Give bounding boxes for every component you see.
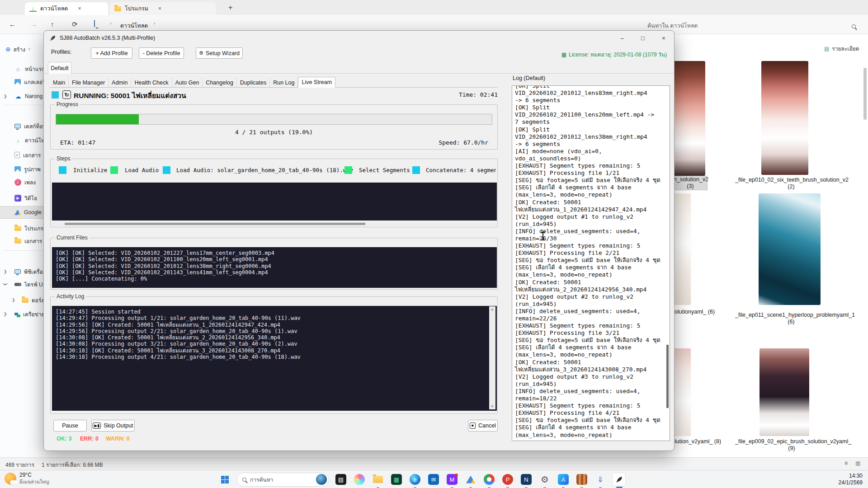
maximize-button[interactable]: □ — [632, 31, 653, 45]
file-name[interactable]: _file_ep010_02_six_teeth_brush_solution_… — [735, 177, 847, 190]
weather-widget[interactable]: 29°C มีเมฆส่วนใหญ่ — [5, 472, 49, 485]
new-tab-button[interactable]: + — [228, 4, 232, 12]
tab-live-stream[interactable]: Live Stream — [298, 77, 335, 88]
setup-wizard-button[interactable]: ⚙ Setup Wizard — [196, 47, 243, 59]
search-icon — [242, 478, 246, 482]
steps-scrollbar[interactable] — [52, 223, 497, 225]
outlook-icon[interactable]: ✉ — [427, 473, 440, 486]
plus-icon: ⊕ — [5, 46, 11, 53]
google-drive-icon — [14, 210, 21, 215]
folder-icon — [14, 226, 21, 231]
cancel-button[interactable]: ■ Cancel — [468, 420, 498, 432]
chrome-icon[interactable] — [482, 473, 496, 486]
gallery-icon — [14, 79, 21, 84]
tab-changelog[interactable]: Changelog — [203, 78, 236, 87]
autobatch-window: SJ88 AutoBatch v26.5.3 (Multi-Profile) –… — [43, 30, 675, 451]
taskbar: 29°C มีเมฆส่วนใหญ่ การค้นหา ▤ ▦ e ✉ M P … — [0, 470, 868, 488]
forward-icon[interactable]: → — [30, 20, 37, 28]
taskbar-search[interactable]: การค้นหา — [236, 473, 329, 487]
delete-profile-button[interactable]: - Delete Profile — [139, 47, 184, 59]
settings-icon[interactable]: ⚙ — [538, 473, 552, 486]
pause-button[interactable]: Pause — [53, 420, 87, 432]
search-daily-image — [316, 474, 327, 485]
minimize-button[interactable]: – — [612, 31, 632, 45]
thumbnail[interactable] — [759, 193, 821, 305]
file-name[interactable]: h_solution_v2 (3) — [674, 176, 707, 190]
notepad-icon[interactable]: ▤ — [334, 473, 348, 486]
progress-outputs: 4 / 21 outputs (19.0%) — [51, 129, 497, 136]
file-name[interactable]: _file_ep009_02_epic_brush_solution_v2yam… — [735, 438, 848, 452]
close-tab-icon[interactable]: × — [78, 5, 81, 12]
stop-icon: ■ — [470, 422, 476, 429]
devices-icon[interactable]: ⇓ — [594, 473, 607, 486]
explorer-tab-downloads[interactable]: ↓ ดาวน์โหลด × — [25, 2, 108, 15]
log-panel[interactable]: [OK] Split VID_20260102_201012_lens83mm_… — [512, 85, 670, 441]
copilot-icon[interactable] — [353, 473, 366, 486]
tab-admin[interactable]: Admin — [108, 78, 131, 87]
close-tab-icon[interactable]: × — [158, 5, 161, 12]
chevron-right-icon: › — [110, 20, 112, 26]
breadcrumb[interactable]: ดาวน์โหลด — [120, 21, 148, 30]
chevron-right-icon[interactable]: ❯ — [4, 269, 7, 274]
chevron-right-icon[interactable]: ❯ — [12, 298, 15, 302]
up-icon[interactable]: ↑ — [51, 20, 54, 28]
skip-output-button[interactable]: ▶▮ Skip Output — [91, 420, 135, 432]
usb-drive-icon — [14, 283, 21, 286]
explorer-tab-programs[interactable]: โปรแกรม × — [110, 2, 216, 15]
calculator-icon[interactable]: ▦ — [390, 473, 403, 486]
calendar-icon: ▦ — [561, 52, 566, 58]
divider — [44, 73, 674, 74]
progress-fill — [56, 114, 139, 124]
back-icon[interactable]: ← — [9, 20, 16, 28]
tab-health-check[interactable]: Health Check — [131, 78, 172, 87]
chevron-right-icon[interactable]: ❯ — [4, 312, 7, 316]
activity-log-scrollbar[interactable]: ▲▼ — [489, 306, 495, 409]
selection-info: 1 รายการที่เลือก: 8.66 MB — [42, 460, 103, 469]
chevron-down-icon[interactable]: ❯ — [3, 282, 8, 286]
profile-tab-default[interactable]: Default — [48, 62, 71, 74]
tab-main[interactable]: Main — [50, 78, 69, 87]
activity-log-group: Activity Log [14:27:45] Session started … — [50, 296, 498, 414]
group-label: Progress — [55, 101, 80, 108]
grid-view-icon[interactable]: ▦ — [855, 460, 860, 466]
aqua-app-icon[interactable]: A — [557, 473, 570, 486]
scroll-up-icon[interactable]: ▲ — [491, 307, 494, 311]
list-view-icon[interactable]: ≡ — [844, 460, 848, 466]
blue-app-icon[interactable]: N — [519, 473, 533, 486]
library-icon[interactable] — [575, 473, 589, 486]
red-app-icon[interactable]: P — [501, 473, 514, 486]
autobatch-taskbar-icon[interactable] — [612, 473, 626, 486]
scroll-down-icon[interactable]: ▼ — [491, 404, 494, 408]
file-explorer-icon[interactable] — [371, 473, 385, 486]
m365-icon[interactable]: M — [445, 473, 459, 486]
profiles-label: Profiles: — [51, 49, 71, 55]
skip-icon: ▶▮ — [93, 422, 101, 429]
tab-run-log[interactable]: Run Log — [270, 78, 298, 87]
home-icon: ⌂ — [14, 65, 22, 72]
ok-counter: OK: 3 — [57, 436, 71, 442]
item-count: 469 รายการ — [5, 460, 34, 469]
explorer-scrollbar[interactable] — [863, 41, 867, 454]
google-drive-icon[interactable] — [464, 473, 477, 486]
search-icon[interactable] — [852, 22, 856, 30]
thumbnail[interactable] — [761, 61, 808, 175]
step-chip — [59, 166, 66, 174]
add-profile-button[interactable]: + Add Profile — [91, 47, 132, 59]
file-name[interactable]: _file_ep011_scene1_hyperloop_problemyaml… — [735, 312, 847, 325]
tab-duplicates[interactable]: Duplicates — [237, 78, 270, 87]
start-button[interactable] — [218, 473, 231, 486]
window-title-bar[interactable]: SJ88 AutoBatch v26.5.3 (Multi-Profile) –… — [44, 31, 674, 45]
chevron-right-icon[interactable]: ❯ — [4, 94, 7, 99]
details-pane-button[interactable]: ▤ รายละเอียด — [824, 44, 859, 53]
progress-speed: Speed: 67.0/hr — [439, 139, 488, 146]
chevron-down-icon: ˅ — [28, 47, 30, 52]
refresh-icon[interactable]: ⟳ — [72, 20, 78, 28]
thumbnail[interactable] — [760, 348, 809, 436]
edge-icon[interactable]: e — [408, 473, 422, 486]
tab-file-manager[interactable]: File Manager — [69, 78, 108, 87]
log-scrollbar-thumb[interactable] — [666, 345, 669, 408]
search-input[interactable]: ค้นหาใน ดาวน์โหลด — [647, 21, 698, 30]
close-button[interactable]: × — [653, 31, 674, 45]
taskbar-clock[interactable]: 14:30 24/1/2569 — [839, 473, 863, 486]
tab-auto-gen[interactable]: Auto Gen — [172, 78, 203, 87]
